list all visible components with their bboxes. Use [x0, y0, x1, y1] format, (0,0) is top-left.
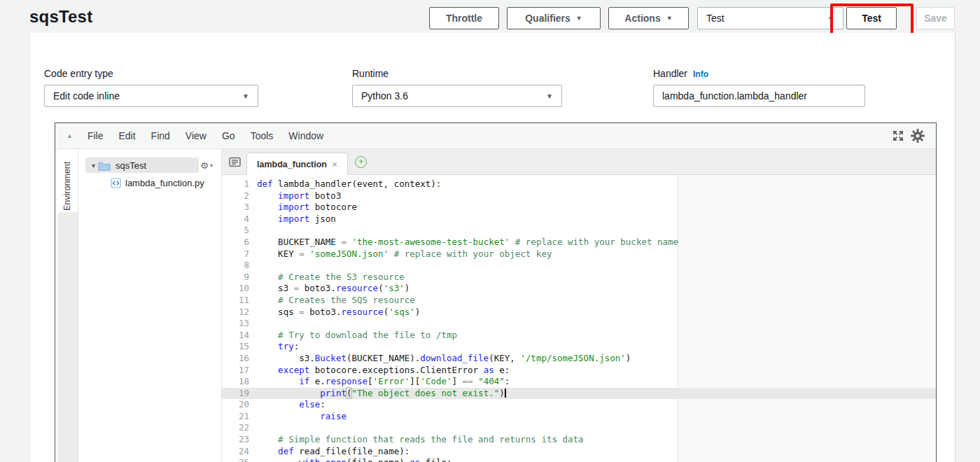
code-entry-type-select[interactable]: Edit code inline ▼ [44, 85, 258, 107]
code-line[interactable]: KEY = 'someJSON.json' # replace with you… [257, 248, 936, 260]
collapse-editor-icon[interactable]: ▲ [66, 132, 73, 139]
gutter-line-number[interactable]: 6 [222, 237, 257, 248]
menu-find[interactable]: Find [151, 130, 170, 141]
code-line[interactable]: import botocore [257, 202, 936, 214]
runtime-group: Runtime Python 3.6 ▼ [352, 68, 562, 107]
code-line[interactable]: sqs = boto3.resource('sqs') [257, 307, 936, 318]
menu-edit[interactable]: Edit [118, 130, 135, 141]
gutter-line-number[interactable]: 2 [222, 190, 257, 202]
fullscreen-icon[interactable] [888, 126, 908, 146]
menu-view[interactable]: View [186, 130, 206, 141]
gutter-line-number[interactable]: 16 [222, 353, 257, 365]
editor-settings-gear-icon[interactable] [908, 126, 927, 146]
folder-expand-caret-icon[interactable]: ▾ [92, 162, 95, 169]
actions-button-label: Actions [624, 13, 660, 24]
code-line[interactable]: except botocore.exceptions.ClientError a… [257, 365, 936, 377]
gutter-line-number[interactable]: 19 [222, 388, 257, 400]
qualifiers-dropdown-button[interactable]: Qualifiers ▼ [507, 7, 601, 29]
code-line[interactable] [257, 260, 936, 272]
line-number-gutter[interactable]: 1234567891011121314151617181920212223242… [222, 178, 257, 462]
runtime-select[interactable]: Python 3.6 ▼ [352, 85, 562, 107]
code-line[interactable]: try: [257, 341, 936, 353]
code-line[interactable]: import json [257, 214, 936, 225]
code-editing-area[interactable]: 1234567891011121314151617181920212223242… [222, 175, 936, 462]
test-button[interactable]: Test [846, 7, 897, 29]
gutter-line-number[interactable]: 8 [222, 260, 257, 272]
environment-tab[interactable]: Environment [55, 156, 78, 216]
code-line[interactable] [257, 225, 936, 237]
gutter-line-number[interactable]: 25 [222, 457, 257, 462]
gutter-line-number[interactable]: 10 [222, 283, 257, 295]
editor-body: Environment ▾ sqsTest ⚙▾ [55, 149, 936, 462]
handler-label: HandlerInfo [653, 68, 865, 79]
code-line[interactable]: print("The object does not exist.") [257, 388, 936, 400]
code-line[interactable]: def lambda_handler(event, context): [257, 178, 936, 190]
gutter-line-number[interactable]: 22 [222, 422, 257, 434]
python-file-icon [111, 178, 121, 188]
handler-input[interactable]: lambda_function.lambda_handler [653, 85, 865, 107]
gutter-line-number[interactable]: 4 [222, 214, 257, 225]
page-title: sqsTest [29, 7, 92, 27]
tree-settings-gear-icon[interactable]: ⚙▾ [200, 160, 213, 171]
menu-tools[interactable]: Tools [251, 130, 274, 141]
gutter-line-number[interactable]: 14 [222, 330, 257, 342]
code-line[interactable]: BUCKET_NAME = 'the-most-awesome-test-buc… [257, 237, 936, 248]
tree-folder-row[interactable]: ▾ sqsTest ⚙▾ [78, 158, 221, 174]
folder-name: sqsTest [115, 160, 146, 171]
tree-file-row[interactable]: lambda_function.py [78, 175, 221, 191]
code-line[interactable] [257, 318, 936, 330]
gutter-line-number[interactable]: 9 [222, 272, 257, 284]
test-event-select[interactable]: Test ▼ [697, 7, 844, 29]
gutter-line-number[interactable]: 24 [222, 446, 257, 458]
save-button-label: Save [924, 13, 947, 24]
code-entry-type-group: Code entry type Edit code inline ▼ [44, 68, 258, 107]
gutter-line-number[interactable]: 11 [222, 295, 257, 307]
menu-file[interactable]: File [88, 130, 104, 141]
code-line[interactable]: s3.Bucket(BUCKET_NAME).download_file(KEY… [257, 353, 936, 365]
code-line[interactable]: # Create the S3 resource [257, 272, 936, 284]
handler-input-value: lambda_function.lambda_handler [662, 90, 807, 102]
new-tab-plus-icon[interactable]: + [355, 156, 367, 168]
code-line[interactable]: def read_file(file_name): [257, 446, 936, 458]
gutter-line-number[interactable]: 23 [222, 434, 257, 446]
tab-list-icon[interactable] [229, 157, 241, 167]
gutter-line-number[interactable]: 3 [222, 202, 257, 214]
code-lines[interactable]: def lambda_handler(event, context): impo… [257, 178, 936, 462]
gutter-line-number[interactable]: 17 [222, 365, 257, 377]
code-line[interactable]: # Simple function that reads the file an… [257, 434, 936, 446]
throttle-button-label: Throttle [446, 13, 482, 24]
code-line[interactable]: import boto3 [257, 190, 936, 202]
code-line[interactable]: s3 = boto3.resource('s3') [257, 283, 936, 295]
tab-strip: lambda_function × + [222, 149, 936, 175]
code-line[interactable]: raise [257, 411, 936, 423]
test-button-label: Test [862, 13, 881, 24]
code-line[interactable]: else: [257, 399, 936, 411]
code-line[interactable]: # Try to download the file to /tmp [257, 330, 936, 342]
gutter-line-number[interactable]: 18 [222, 376, 257, 388]
test-event-select-value: Test [706, 13, 724, 24]
chevron-down-icon: ▼ [242, 92, 249, 100]
gutter-line-number[interactable]: 13 [222, 318, 257, 330]
gutter-line-number[interactable]: 12 [222, 307, 257, 318]
menu-go[interactable]: Go [222, 130, 235, 141]
handler-info-link[interactable]: Info [693, 69, 708, 79]
gutter-line-number[interactable]: 15 [222, 341, 257, 353]
menu-window[interactable]: Window [288, 130, 323, 141]
gutter-line-number[interactable]: 20 [222, 399, 257, 411]
text-cursor [505, 388, 506, 398]
code-line[interactable]: if e.response['Error']['Code'] == "404": [257, 376, 936, 388]
gutter-line-number[interactable]: 5 [222, 225, 257, 237]
gutter-line-number[interactable]: 1 [222, 178, 257, 190]
gutter-line-number[interactable]: 7 [222, 248, 257, 260]
code-line[interactable]: # Creates the SQS resource [257, 295, 936, 307]
code-line[interactable] [257, 422, 936, 434]
throttle-button[interactable]: Throttle [429, 7, 499, 29]
function-header: sqsTest Throttle Qualifiers ▼ Actions ▼ … [0, 0, 980, 36]
tab-close-icon[interactable]: × [332, 159, 337, 170]
code-line[interactable]: with open(file_name) as file: [257, 457, 936, 462]
save-button[interactable]: Save [916, 7, 955, 29]
actions-dropdown-button[interactable]: Actions ▼ [608, 7, 689, 29]
tab-lambda-function[interactable]: lambda_function × [246, 153, 348, 175]
gutter-line-number[interactable]: 21 [222, 411, 257, 423]
handler-label-text: Handler [653, 68, 687, 79]
